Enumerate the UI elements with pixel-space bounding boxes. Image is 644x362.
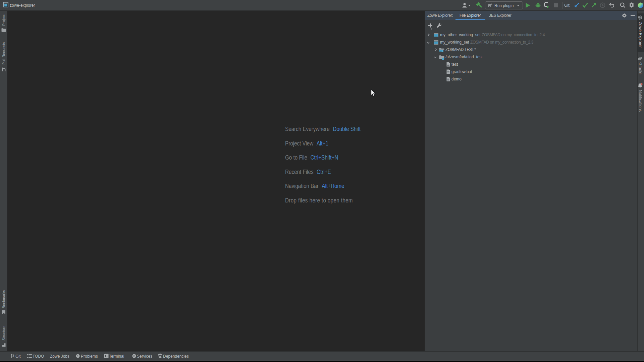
svg-text:DS: DS: [439, 50, 442, 52]
